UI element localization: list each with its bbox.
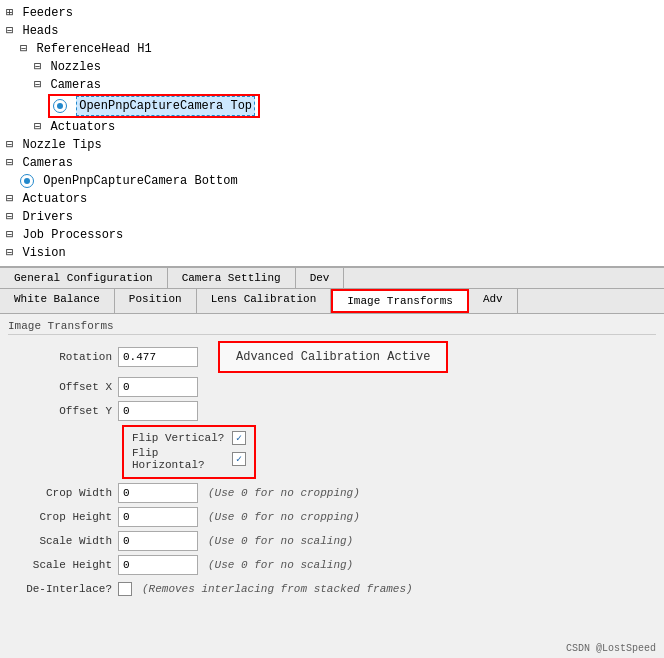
section-title: Image Transforms	[8, 320, 656, 335]
flip-horizontal-checkbox[interactable]: ✓	[232, 452, 246, 466]
tree-item-refhead[interactable]: ⊟ ReferenceHead H1	[6, 40, 658, 58]
crop-width-input[interactable]	[118, 483, 198, 503]
label-camera-bottom: OpenPnpCaptureCamera Bottom	[43, 174, 237, 188]
content-area: Image Transforms Rotation Advanced Calib…	[0, 314, 664, 658]
flip-horizontal-label: Flip Horizontal?	[132, 447, 232, 471]
flip-group-container: Flip Vertical? ✓ Flip Horizontal? ✓	[8, 425, 656, 479]
label-cameras-head: Cameras	[50, 78, 100, 92]
flip-group: Flip Vertical? ✓ Flip Horizontal? ✓	[122, 425, 256, 479]
crop-height-label: Crop Height	[8, 507, 118, 527]
deinterlace-row: De-Interlace? (Removes interlacing from …	[8, 579, 656, 599]
deinterlace-label: De-Interlace?	[8, 579, 118, 599]
tab-lens-cal[interactable]: Lens Calibration	[197, 289, 332, 313]
calibration-badge: Advanced Calibration Active	[218, 341, 448, 373]
tree-item-job-processors[interactable]: ⊟ Job Processors	[6, 226, 658, 244]
tree-item-camera-top[interactable]: OpenPnpCaptureCamera Top	[6, 94, 658, 118]
scale-height-row: Scale Height (Use 0 for no scaling)	[8, 555, 656, 575]
offset-x-row: Offset X	[8, 377, 656, 397]
tree-item-cameras[interactable]: ⊟ Cameras	[6, 154, 658, 172]
tab-general[interactable]: General Configuration	[0, 268, 168, 288]
flip-vertical-row: Flip Vertical? ✓	[132, 431, 246, 445]
scale-width-note: (Use 0 for no scaling)	[208, 531, 353, 551]
deinterlace-note: (Removes interlacing from stacked frames…	[142, 579, 413, 599]
offset-x-input[interactable]	[118, 377, 198, 397]
tab-white-balance[interactable]: White Balance	[0, 289, 115, 313]
tab-position[interactable]: Position	[115, 289, 197, 313]
scale-height-input[interactable]	[118, 555, 198, 575]
label-nozzles: Nozzles	[50, 60, 100, 74]
tree-item-actuators-head[interactable]: ⊟ Actuators	[6, 118, 658, 136]
label-refhead: ReferenceHead H1	[36, 42, 151, 56]
tree-item-camera-bottom[interactable]: OpenPnpCaptureCamera Bottom	[6, 172, 658, 190]
scale-width-input[interactable]	[118, 531, 198, 551]
crop-height-row: Crop Height (Use 0 for no cropping)	[8, 507, 656, 527]
flip-horizontal-row: Flip Horizontal? ✓	[132, 447, 246, 471]
flip-vertical-checkbox[interactable]: ✓	[232, 431, 246, 445]
label-vision: Vision	[22, 246, 65, 260]
tabs-row2: White Balance Position Lens Calibration …	[0, 289, 664, 314]
label-cameras: Cameras	[22, 156, 72, 170]
tabs-row1: General Configuration Camera Settling De…	[0, 268, 664, 289]
bottom-panel: General Configuration Camera Settling De…	[0, 268, 664, 658]
tree-item-vision[interactable]: ⊟ Vision	[6, 244, 658, 262]
tree-panel[interactable]: ⊞ Feeders ⊟ Heads ⊟ ReferenceHead H1 ⊟ N…	[0, 0, 664, 268]
tab-image-transforms[interactable]: Image Transforms	[331, 289, 469, 313]
offset-y-row: Offset Y	[8, 401, 656, 421]
scale-width-row: Scale Width (Use 0 for no scaling)	[8, 531, 656, 551]
label-heads: Heads	[22, 24, 58, 38]
label-camera-top: OpenPnpCaptureCamera Top	[76, 96, 255, 116]
tab-adv[interactable]: Adv	[469, 289, 518, 313]
tree-item-actuators[interactable]: ⊟ Actuators	[6, 190, 658, 208]
camera-icon-bottom	[20, 174, 34, 188]
label-drivers: Drivers	[22, 210, 72, 224]
tree-item-feeders[interactable]: ⊞ Feeders	[6, 4, 658, 22]
label-actuators-head: Actuators	[50, 120, 115, 134]
expand-feeders[interactable]: ⊞	[6, 6, 13, 20]
offset-x-label: Offset X	[8, 377, 118, 397]
tab-dev[interactable]: Dev	[296, 268, 345, 288]
rotation-label: Rotation	[8, 347, 118, 367]
rotation-input[interactable]	[118, 347, 198, 367]
label-job-processors: Job Processors	[22, 228, 123, 242]
scale-width-label: Scale Width	[8, 531, 118, 551]
tree-item-nozzle-tips[interactable]: ⊟ Nozzle Tips	[6, 136, 658, 154]
crop-height-note: (Use 0 for no cropping)	[208, 507, 360, 527]
tree-item-drivers[interactable]: ⊟ Drivers	[6, 208, 658, 226]
tab-settling[interactable]: Camera Settling	[168, 268, 296, 288]
scale-height-note: (Use 0 for no scaling)	[208, 555, 353, 575]
tree-item-nozzles[interactable]: ⊟ Nozzles	[6, 58, 658, 76]
tree-item-heads[interactable]: ⊟ Heads	[6, 22, 658, 40]
flip-vertical-label: Flip Vertical?	[132, 432, 232, 444]
offset-y-input[interactable]	[118, 401, 198, 421]
scale-height-label: Scale Height	[8, 555, 118, 575]
rotation-row: Rotation Advanced Calibration Active	[8, 341, 656, 373]
deinterlace-checkbox[interactable]	[118, 582, 132, 596]
label-feeders: Feeders	[22, 6, 72, 20]
tree-item-cameras-head[interactable]: ⊟ Cameras	[6, 76, 658, 94]
label-actuators: Actuators	[22, 192, 87, 206]
crop-width-note: (Use 0 for no cropping)	[208, 483, 360, 503]
crop-height-input[interactable]	[118, 507, 198, 527]
crop-width-label: Crop Width	[8, 483, 118, 503]
offset-y-label: Offset Y	[8, 401, 118, 421]
watermark: CSDN @LostSpeed	[566, 643, 656, 654]
crop-width-row: Crop Width (Use 0 for no cropping)	[8, 483, 656, 503]
label-nozzle-tips: Nozzle Tips	[22, 138, 101, 152]
camera-icon-top	[53, 99, 67, 113]
